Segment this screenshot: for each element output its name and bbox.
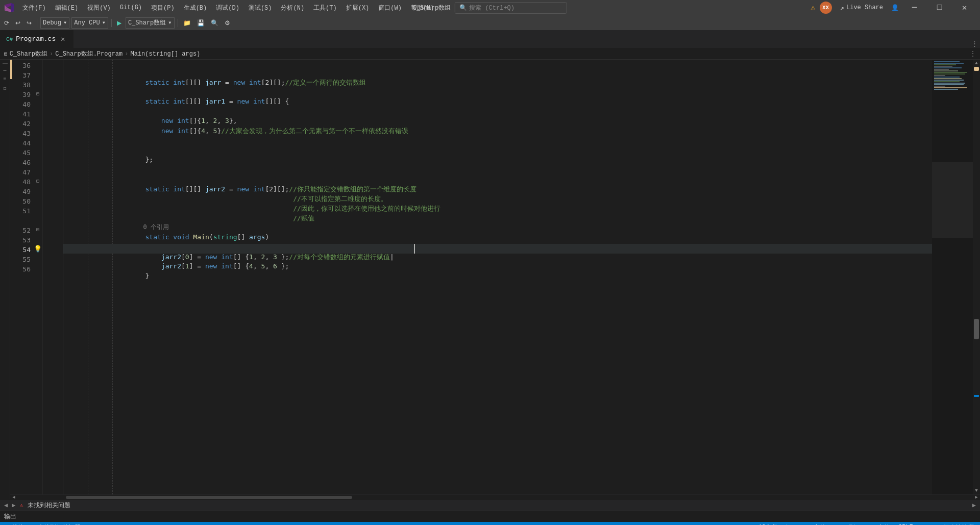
menu-extensions[interactable]: 扩展(X): [342, 3, 374, 13]
menu-file[interactable]: 文件(F): [18, 3, 50, 13]
window-controls: ─ □ ✕: [903, 0, 976, 15]
vs-logo: [4, 3, 14, 13]
h-scrollbar[interactable]: ◀ ▶: [10, 494, 980, 499]
debug-config-dropdown[interactable]: Debug ▾: [40, 17, 69, 29]
h-scroll-thumb[interactable]: [66, 496, 352, 499]
start-project-dropdown[interactable]: C_Sharp数组 ▾: [126, 17, 175, 29]
status-errors[interactable]: ✓ 未找到相关问题: [30, 522, 83, 525]
toolbar-new[interactable]: ⟳: [2, 17, 11, 29]
title-bar-right: ⚠ XX ↗ Live Share 👤 ─ □ ✕: [811, 0, 976, 15]
tab-overflow-button[interactable]: ⋮: [969, 40, 980, 48]
guide-line-2: [112, 60, 113, 494]
active-line-highlight: [63, 244, 932, 254]
code-content[interactable]: static int[][] jarr = new int[2][];//定义一…: [63, 60, 932, 494]
menu-edit[interactable]: 编辑(E): [51, 3, 83, 13]
mm-line9: [934, 73, 965, 74]
fold-btn-49[interactable]: ⊟: [34, 176, 42, 186]
restore-button[interactable]: □: [928, 0, 951, 15]
fold-gutter: ⊟ ⊟ ⊟ 💡: [34, 60, 42, 494]
menu-git[interactable]: Git(G): [116, 3, 146, 12]
user-icon[interactable]: 👤: [891, 4, 899, 12]
status-left: ⚡ 就绪 ✓ 未找到相关问题 ◀ ▶: [4, 522, 101, 525]
fold-btn-52[interactable]: ⊟: [34, 224, 42, 234]
toolbar-btn4[interactable]: ⚙: [223, 17, 232, 29]
menu-analyze[interactable]: 分析(N): [277, 3, 308, 13]
scroll-right-btn[interactable]: ▶: [973, 495, 980, 500]
status-line[interactable]: 行: 54: [783, 522, 808, 525]
status-branch[interactable]: ⚡ 就绪: [4, 522, 26, 525]
toolbar-btn3[interactable]: 🔍: [209, 17, 220, 29]
right-scrollbar[interactable]: ▲ ▼: [973, 60, 980, 494]
nav-arrow-left[interactable]: ◀: [4, 502, 8, 509]
bulb-icon-54[interactable]: 💡: [34, 244, 42, 254]
mm-line18: [934, 89, 958, 90]
status-right-info[interactable]: CSDN @想吃柚柚啊: [919, 522, 976, 525]
menu-window[interactable]: 窗口(W): [374, 3, 406, 13]
h-scroll-track[interactable]: [18, 496, 972, 499]
status-space[interactable]: 空格: [876, 522, 892, 525]
toolbar-redo[interactable]: ↪: [24, 17, 34, 29]
ln-43: 43: [12, 129, 31, 138]
tab-program-cs[interactable]: C# Program.cs ✕: [0, 30, 74, 48]
status-zoom[interactable]: 184 %: [756, 522, 779, 525]
menu-build[interactable]: 生成(B): [180, 3, 211, 13]
minimap: [932, 60, 973, 494]
activity-icon-2[interactable]: —: [3, 68, 6, 73]
toolbar-btn1[interactable]: 📁: [181, 17, 193, 29]
menu-tools[interactable]: 工具(T): [309, 3, 341, 13]
activity-icon-4[interactable]: ◻: [3, 85, 6, 91]
code-line-44: [65, 138, 932, 148]
cpu-config-dropdown[interactable]: Any CPU ▾: [71, 17, 108, 29]
close-button[interactable]: ✕: [953, 0, 976, 15]
activity-icon-1[interactable]: |: [2, 62, 8, 65]
menu-project[interactable]: 项目(P): [147, 3, 179, 13]
scroll-marker-current: [974, 395, 979, 397]
status-char[interactable]: 字符: 59: [812, 522, 843, 525]
scroll-track[interactable]: [973, 67, 980, 487]
status-nav[interactable]: ◀ ▶: [87, 522, 100, 525]
live-share-button[interactable]: ↗ Live Share: [836, 3, 887, 13]
run-button[interactable]: ▶: [115, 17, 124, 29]
minimize-button[interactable]: ─: [903, 0, 926, 15]
toolbar-sep1: [37, 19, 37, 27]
cpu-config-arrow: ▾: [102, 19, 106, 27]
code-with-gutters: 36 37 38 39 40 41 42 43 44 45 46 47 48 4…: [12, 60, 932, 494]
ln-44: 44: [12, 138, 31, 148]
toolbar-btn2[interactable]: 💾: [195, 17, 207, 29]
mm-line16: [934, 84, 964, 85]
nav-right-arrow[interactable]: ▶: [972, 502, 976, 509]
ln-48: 48: [12, 177, 31, 187]
breadcrumb-project[interactable]: C_Sharp数组: [10, 49, 47, 58]
start-project-label: C_Sharp数组: [128, 18, 166, 27]
breadcrumb-member[interactable]: Main(string[] args): [130, 51, 200, 58]
scroll-down-btn[interactable]: ▼: [973, 487, 980, 494]
scroll-left-btn[interactable]: ◀: [10, 495, 17, 500]
toolbar-sep2: [111, 19, 112, 27]
ln-47: 47: [12, 167, 31, 177]
menu-test[interactable]: 测试(S): [244, 3, 276, 13]
code-line-52: static void Main(string[] args): [65, 226, 932, 235]
activity-icon-3[interactable]: ≡: [3, 77, 6, 82]
scroll-thumb[interactable]: [974, 319, 979, 339]
status-col[interactable]: 列: 73: [847, 522, 872, 525]
nav-arrow-right[interactable]: ▶: [12, 502, 15, 509]
status-encoding[interactable]: CRLF: [896, 522, 915, 525]
status-right: 184 % 行: 54 字符: 59 列: 73 空格 CRLF CSDN @想…: [756, 522, 976, 525]
breadcrumb-file[interactable]: C_Sharp数组.Program: [55, 49, 122, 58]
mm-line17: [934, 86, 945, 87]
toolbar-undo[interactable]: ↩: [13, 17, 22, 29]
nav-error-icon: ⚠: [19, 502, 23, 509]
menu-debug[interactable]: 调试(D): [212, 3, 243, 13]
title-app-name: C_Sharp数组: [413, 4, 451, 12]
menu-view[interactable]: 视图(V): [83, 3, 115, 13]
search-box[interactable]: 🔍 搜索 (Ctrl+Q): [455, 2, 567, 14]
breadcrumb-expand[interactable]: ⋮: [970, 50, 976, 58]
mm-line13: [934, 80, 964, 81]
scroll-up-btn[interactable]: ▲: [973, 60, 980, 67]
ln-45: 45: [12, 148, 31, 158]
toolbar: ⟳ ↩ ↪ Debug ▾ Any CPU ▾ ▶ C_Sharp数组 ▾ 📁 …: [0, 15, 980, 31]
tab-close-button[interactable]: ✕: [59, 35, 67, 43]
fold-btn-39[interactable]: ⊟: [34, 89, 42, 98]
search-placeholder: 搜索 (Ctrl+Q): [469, 4, 514, 12]
code-line-41: new int[]{1, 2, 3},: [65, 109, 932, 119]
